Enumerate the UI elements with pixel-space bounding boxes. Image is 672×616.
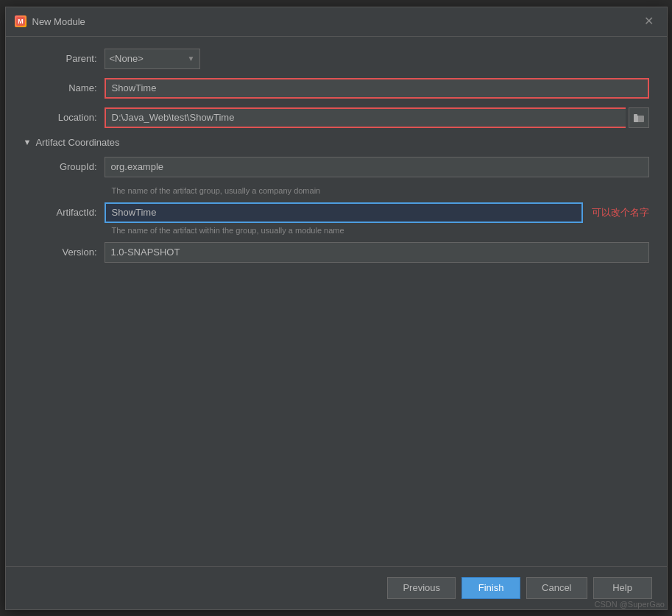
watermark: CSDN @SuperGao: [594, 600, 665, 609]
previous-button[interactable]: Previous: [387, 577, 456, 599]
artifact-section-title: Artifact Coordinates: [35, 137, 119, 148]
cancel-button[interactable]: Cancel: [526, 577, 587, 599]
name-row: Name:: [24, 78, 649, 99]
artifact-annotation: 可以改个名字: [592, 206, 649, 219]
groupid-input[interactable]: [105, 157, 649, 177]
new-module-dialog: M New Module ✕ Parent: <None> ▼ Name: Lo…: [5, 7, 668, 610]
groupid-label: GroupId:: [24, 161, 105, 172]
artifact-section-header: ▼ Artifact Coordinates: [24, 137, 649, 148]
collapse-arrow-icon[interactable]: ▼: [24, 138, 32, 146]
title-bar: M New Module ✕: [6, 7, 667, 37]
svg-rect-4: [634, 114, 637, 117]
artifactid-hint: The name of the artifact within the grou…: [24, 226, 649, 235]
location-row: Location:: [24, 107, 649, 128]
parent-row: Parent: <None> ▼: [24, 49, 649, 69]
location-label: Location:: [24, 112, 105, 123]
parent-label: Parent:: [24, 53, 105, 64]
location-input[interactable]: [105, 107, 626, 128]
close-button[interactable]: ✕: [640, 14, 658, 29]
dialog-body: Parent: <None> ▼ Name: Location:: [6, 37, 667, 566]
chevron-down-icon: ▼: [188, 54, 195, 63]
dialog-title: New Module: [32, 16, 634, 27]
version-row: Version:: [24, 242, 649, 263]
folder-browse-button[interactable]: [629, 107, 649, 128]
name-input[interactable]: [105, 78, 649, 99]
artifactid-input[interactable]: [105, 202, 583, 223]
version-input[interactable]: [105, 242, 649, 263]
artifactid-row: ArtifactId: 可以改个名字: [24, 202, 649, 223]
groupid-row: GroupId:: [24, 157, 649, 177]
version-label: Version:: [24, 247, 105, 258]
dialog-footer: Previous Finish Cancel Help: [6, 566, 667, 609]
location-input-wrap: [105, 107, 649, 128]
artifactid-label: ArtifactId:: [24, 207, 105, 218]
groupid-hint: The name of the artifact group, usually …: [24, 186, 649, 195]
finish-button[interactable]: Finish: [461, 577, 520, 599]
svg-text:M: M: [18, 18, 24, 25]
parent-value: <None>: [110, 53, 144, 64]
dialog-icon: M: [15, 15, 26, 27]
parent-select[interactable]: <None> ▼: [105, 49, 200, 69]
name-label: Name:: [24, 82, 105, 93]
help-button[interactable]: Help: [593, 577, 652, 599]
